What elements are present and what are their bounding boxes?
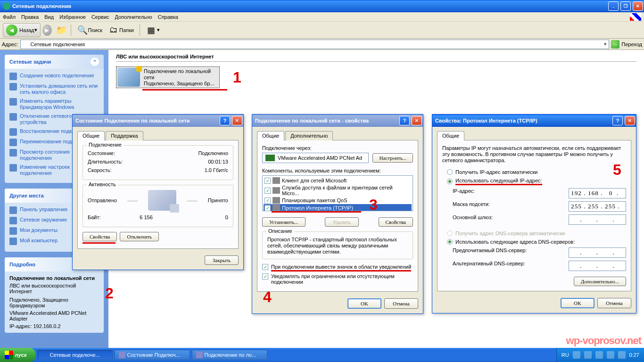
annotation-5: 5 xyxy=(613,161,621,179)
radio-manual-dns[interactable] xyxy=(447,239,453,245)
cancel-button[interactable]: Отмена xyxy=(384,298,418,309)
tray-icon[interactable] xyxy=(573,351,580,359)
close-button[interactable] xyxy=(625,116,635,125)
taskbar-item-network[interactable]: Сетевые подключе... xyxy=(37,350,113,360)
menu-advanced[interactable]: Дополнительно xyxy=(115,14,152,20)
help-button[interactable] xyxy=(612,116,623,125)
search-button[interactable]: 🔍Поиск xyxy=(75,24,104,37)
taskbar-item-status[interactable]: Состояние Подключ... xyxy=(115,350,190,360)
checkbox-notify[interactable]: ✓ xyxy=(262,273,268,280)
checkbox-icon[interactable]: ✓ xyxy=(264,178,271,184)
component-file-share[interactable]: ✓Служба доступа к файлам и принтерам сет… xyxy=(264,184,412,197)
checkbox-icon[interactable]: ✓ xyxy=(264,205,271,211)
ip-input[interactable] xyxy=(569,188,626,198)
tcpip-titlebar[interactable]: Свойства: Протокол Интернета (TCP/IP) xyxy=(432,115,636,127)
language-indicator[interactable]: RU xyxy=(561,352,569,358)
desc-text: Протокол TCP/IP - стандартный протокол г… xyxy=(267,237,408,255)
checkbox-icon[interactable]: ✓ xyxy=(264,197,271,204)
annotation-4: 4 xyxy=(263,288,272,306)
component-props-button[interactable]: Свойства xyxy=(379,217,413,227)
task-icon xyxy=(119,352,125,358)
up-button[interactable]: 📁 xyxy=(56,25,67,36)
menu-favorites[interactable]: Избранное xyxy=(59,14,86,20)
menu-help[interactable]: Справка xyxy=(158,14,178,20)
tab-support[interactable]: Поддержка xyxy=(106,131,143,140)
minimize-button[interactable] xyxy=(608,1,619,11)
menu-service[interactable]: Сервис xyxy=(91,14,109,20)
menu-edit[interactable]: Правка xyxy=(21,14,39,20)
tab-advanced[interactable]: Дополнительно xyxy=(285,131,333,140)
remove-button: Удалить xyxy=(325,217,359,227)
lan-connection-item[interactable]: Подключение по локальной сети Подключено… xyxy=(116,66,220,88)
taskbar-item-props[interactable]: Подключение по ло... xyxy=(192,350,267,360)
system-tray: RU 0:27 xyxy=(556,348,644,362)
main-title: Сетевые подключения xyxy=(12,3,71,9)
check-tray-label: При подключении вывести значок в области… xyxy=(271,264,411,272)
close-button[interactable] xyxy=(412,116,422,125)
close-button[interactable] xyxy=(633,1,643,11)
panel-header-tasks[interactable]: Сетевые задачи⌃ xyxy=(5,55,104,69)
folders-button[interactable]: 🗂Папки xyxy=(106,24,136,37)
gateway-input[interactable] xyxy=(569,214,626,225)
dns2-input[interactable] xyxy=(569,261,626,271)
cancel-button[interactable]: Отмена xyxy=(597,298,631,308)
dialog-tcpip-properties: Свойства: Протокол Интернета (TCP/IP) Об… xyxy=(432,114,636,313)
maximize-button[interactable] xyxy=(620,1,631,11)
forward-button[interactable]: ► xyxy=(42,25,54,36)
task-home-network[interactable]: Установить домашнюю сеть или сеть малого… xyxy=(9,83,99,95)
back-button[interactable]: ◄Назад ▾ xyxy=(3,23,41,37)
component-tcpip[interactable]: ✓Протокол Интернета (TCP/IP) xyxy=(264,204,412,211)
menu-view[interactable]: Вид xyxy=(44,14,54,20)
disable-button[interactable]: Отключить xyxy=(120,232,159,241)
tab-general[interactable]: Общие xyxy=(77,131,105,140)
detail-status: Подключено, Защищено брандмауэром xyxy=(9,297,99,308)
annotation-2: 2 xyxy=(105,285,114,302)
ok-button[interactable]: OK xyxy=(347,298,381,309)
task-new-connection[interactable]: Создание нового подключения xyxy=(9,73,99,80)
go-button[interactable]: →Переход xyxy=(611,40,642,49)
status-titlebar[interactable]: Состояние Подключение по локальной сети xyxy=(73,115,243,127)
properties-button[interactable]: Свойства xyxy=(83,232,117,241)
tray-icon[interactable] xyxy=(607,351,614,359)
main-titlebar[interactable]: Сетевые подключения xyxy=(0,0,644,12)
advanced-button[interactable]: Дополнительно... xyxy=(574,277,626,286)
help-button[interactable] xyxy=(399,116,410,125)
component-icon xyxy=(272,205,280,211)
task-firewall[interactable]: Изменить параметры брандмауэра Windows xyxy=(9,98,99,110)
desc-title: Описание xyxy=(266,228,294,234)
install-button[interactable]: Установить... xyxy=(262,217,305,227)
address-input[interactable]: Сетевые подключения▾ xyxy=(20,40,610,49)
windows-flag-icon xyxy=(630,13,641,21)
state-value: Подключено xyxy=(198,150,228,156)
tray-network-icon[interactable] xyxy=(618,351,626,359)
checkbox-tray-icon[interactable]: ✓ xyxy=(262,264,268,270)
configure-button[interactable]: Настроить... xyxy=(372,153,413,163)
ok-button[interactable]: OK xyxy=(561,298,594,308)
components-listbox[interactable]: ✓Клиент для сетей Microsoft ✓Служба дост… xyxy=(262,175,413,211)
tab-general[interactable]: Общие xyxy=(437,131,464,140)
tray-icon[interactable] xyxy=(595,351,603,359)
close-button[interactable] xyxy=(232,116,242,125)
clock[interactable]: 0:27 xyxy=(629,352,639,358)
address-dropdown-icon[interactable]: ▾ xyxy=(604,41,607,47)
component-client[interactable]: ✓Клиент для сетей Microsoft xyxy=(264,177,412,184)
task-icon xyxy=(9,128,17,136)
start-button[interactable]: пуск xyxy=(0,348,35,362)
radio-auto-ip[interactable] xyxy=(447,169,453,175)
component-qos[interactable]: ✓Планировщик пакетов QoS xyxy=(264,197,412,204)
go-arrow-icon: → xyxy=(611,40,619,49)
help-button[interactable] xyxy=(220,116,230,125)
tray-icon[interactable] xyxy=(584,351,592,359)
dns1-input[interactable] xyxy=(569,247,626,258)
annotation-underline-1 xyxy=(142,89,227,90)
lan-name: Подключение по локальной сети xyxy=(144,68,218,81)
close-dialog-button[interactable]: Закрыть xyxy=(205,255,239,265)
tab-general[interactable]: Общие xyxy=(257,131,284,140)
checkbox-icon[interactable]: ✓ xyxy=(264,188,271,194)
radio-manual-ip[interactable] xyxy=(447,179,453,184)
props-titlebar[interactable]: Подключение по локальной сети - свойства xyxy=(252,115,423,127)
menu-file[interactable]: Файл xyxy=(3,14,16,20)
mask-input[interactable] xyxy=(569,201,626,212)
task-icon xyxy=(9,98,17,106)
views-button[interactable]: ▦▾ xyxy=(144,24,162,37)
